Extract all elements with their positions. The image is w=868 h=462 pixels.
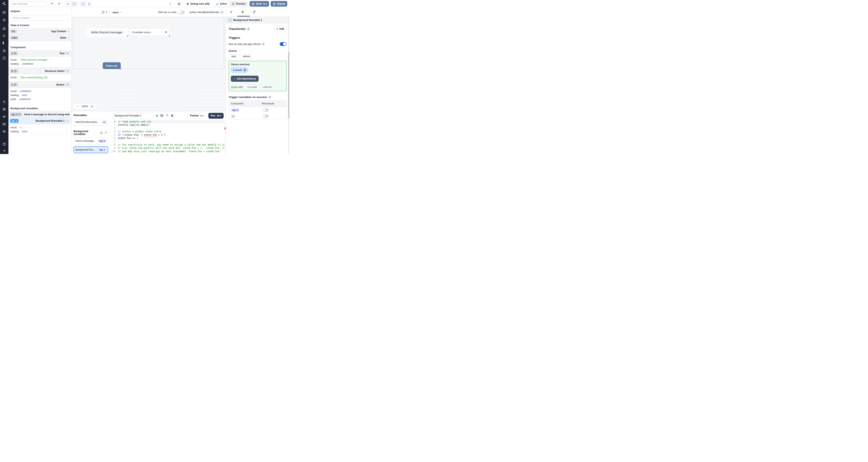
code-editor[interactable]: 12345678910 // read outputs and ctxconso… xyxy=(111,120,226,154)
hide-bar-toggle[interactable] xyxy=(178,10,185,14)
runs-icon[interactable] xyxy=(2,34,6,38)
desktop-view-button[interactable] xyxy=(86,1,92,6)
folders-icon[interactable] xyxy=(2,122,6,126)
scrollbar[interactable] xyxy=(288,16,289,154)
usage-dollar-icon[interactable]: $ xyxy=(2,41,6,45)
cache-database-icon[interactable] xyxy=(160,114,163,117)
code-line[interactable]: state.foo += 1 xyxy=(118,136,226,140)
app-summary-input[interactable] xyxy=(10,1,46,6)
code-line[interactable]: // you may also just reassign as next st… xyxy=(118,150,226,153)
resize-handle[interactable] xyxy=(168,35,170,37)
delete-trash-icon[interactable] xyxy=(170,114,174,117)
quick-add-ctx-email-button[interactable]: +ctx.email xyxy=(245,85,259,89)
draft-button[interactable]: Draft ⌘S xyxy=(250,1,269,7)
add-transformer-button[interactable]: + Add xyxy=(274,26,286,32)
run-on-start-row: Run on start and app refresh xyxy=(229,42,286,46)
output-row-bg0[interactable]: bg_0 Send a message to discord using web… xyxy=(8,111,71,118)
runnable-item-main[interactable]: hub/1511/discord/se... c xyxy=(73,119,108,126)
resource-select-component[interactable]: Example resou... ✕ xyxy=(129,28,170,37)
code-line[interactable]: console.log(ctx.email) xyxy=(118,123,226,127)
info-icon[interactable] xyxy=(262,43,265,45)
settings-gear-icon[interactable] xyxy=(2,107,6,111)
format-button[interactable]: Format ⌘S xyxy=(188,113,206,119)
text-component[interactable]: Write Discord message: xyxy=(86,28,128,37)
debug-runs-button[interactable]: Debug runs (26) xyxy=(184,1,212,7)
output-row-component-b[interactable]: b Resource Select xyxy=(8,68,71,74)
chevron-up-icon[interactable] xyxy=(66,52,69,55)
button-component[interactable]: Press me xyxy=(102,62,121,70)
apps-icon[interactable] xyxy=(2,11,6,14)
audit-eye-icon[interactable] xyxy=(2,130,6,133)
run-on-start-toggle[interactable] xyxy=(280,42,286,46)
resize-handle[interactable] xyxy=(120,68,121,69)
code-line[interactable] xyxy=(118,127,226,130)
chevron-up-icon[interactable] xyxy=(66,69,69,73)
windmill-logo-icon[interactable] xyxy=(2,2,6,7)
code-line[interactable]: // for reactivity to work, you need to a… xyxy=(118,143,226,146)
tab-preview[interactable]: Preview xyxy=(229,1,248,6)
chevron-down-icon[interactable] xyxy=(67,37,69,39)
recompute-toggle[interactable] xyxy=(262,114,269,118)
tab-styling-brush-icon[interactable] xyxy=(252,10,256,14)
chevron-up-icon[interactable] xyxy=(66,119,69,123)
resources-cubes-icon[interactable] xyxy=(2,49,6,53)
expand-rail-arrow-icon[interactable] xyxy=(2,149,6,153)
mobile-view-button[interactable] xyxy=(80,1,86,6)
help-icon[interactable] xyxy=(2,142,6,146)
code-line[interactable]: // e.g: state.foo.push(1) will not work … xyxy=(118,146,226,150)
recompute-toggle[interactable] xyxy=(262,108,269,112)
search-outputs-input[interactable] xyxy=(10,15,69,21)
code-lines[interactable]: // read outputs and ctxconsole.log(ctx.e… xyxy=(118,120,226,154)
center-align-button[interactable] xyxy=(65,1,71,6)
zoom-out-button[interactable]: − xyxy=(75,104,80,109)
run-button[interactable]: Run ⌘⏎ xyxy=(208,113,224,119)
runnable-name-input[interactable] xyxy=(113,113,154,119)
info-icon[interactable] xyxy=(247,28,250,30)
info-icon[interactable] xyxy=(221,11,223,14)
ai-wand-icon[interactable] xyxy=(165,114,168,117)
code-line[interactable]: // read outputs and ctx xyxy=(118,120,226,123)
quick-add-state-foo-button[interactable]: +state.foo xyxy=(260,85,274,89)
tab-insert-plus-icon[interactable] xyxy=(229,10,233,14)
chevron-up-icon[interactable] xyxy=(66,83,69,86)
app-canvas[interactable]: Write Discord message: Example resou... … xyxy=(71,16,226,111)
favorites-star-icon[interactable] xyxy=(2,18,6,22)
add-dependency-button[interactable]: + Add dependency xyxy=(231,76,258,82)
home-icon[interactable] xyxy=(2,27,6,30)
event-start-pill[interactable]: start xyxy=(229,54,239,59)
event-refresh-pill[interactable]: refresh xyxy=(240,54,253,59)
workers-robot-icon[interactable] xyxy=(2,115,6,119)
redo-button[interactable] xyxy=(56,1,62,6)
schedule-dropdown[interactable]: once xyxy=(113,11,122,14)
code-line[interactable]: if (!state.foo) { state.foo = 0 } xyxy=(118,133,226,136)
chevron-down-icon[interactable] xyxy=(67,30,69,32)
output-row-component-a[interactable]: a Text xyxy=(8,50,71,57)
docs-book-button[interactable] xyxy=(176,1,183,7)
watched-dependency-chip[interactable]: b.result ✕ xyxy=(231,67,248,72)
output-row-ctx[interactable]: ctx App Context xyxy=(8,28,71,35)
schedules-calendar-icon[interactable] xyxy=(2,56,6,60)
clear-select-icon[interactable]: ✕ xyxy=(165,31,167,34)
zoom-in-button[interactable]: + xyxy=(89,104,94,109)
undo-button[interactable] xyxy=(49,1,56,6)
runnable-item-bg0[interactable]: Send a message... bg_0 xyxy=(73,137,108,144)
output-row-bg1[interactable]: bg_1 Background Runnable 1 xyxy=(8,118,71,124)
output-row-component-c[interactable]: c Button xyxy=(8,81,71,88)
tab-editor[interactable]: Editor xyxy=(214,1,229,6)
user-icon[interactable] xyxy=(2,100,6,104)
output-row-state[interactable]: state State xyxy=(8,35,71,41)
resize-handle[interactable] xyxy=(127,35,128,37)
runnable-item-bg1[interactable]: Background Run... bg_1 xyxy=(73,146,108,153)
tab-component-settings-icon[interactable] xyxy=(241,10,244,14)
remove-dependency-icon[interactable]: ✕ xyxy=(243,68,247,72)
more-menu-kebab-icon[interactable]: ⋮ xyxy=(169,2,172,6)
deploy-button[interactable]: Deploy xyxy=(271,1,287,7)
code-line[interactable] xyxy=(118,140,226,143)
scrollbar-thumb[interactable] xyxy=(288,52,289,118)
fullscreen-button[interactable] xyxy=(71,1,77,6)
code-line[interactable]: // access a global state store xyxy=(118,130,226,133)
add-background-runnable-button[interactable]: + xyxy=(104,130,108,135)
refresh-count-button[interactable]: 1 xyxy=(100,10,109,15)
info-icon[interactable] xyxy=(269,96,271,98)
press-me-button[interactable]: Press me xyxy=(103,62,121,69)
